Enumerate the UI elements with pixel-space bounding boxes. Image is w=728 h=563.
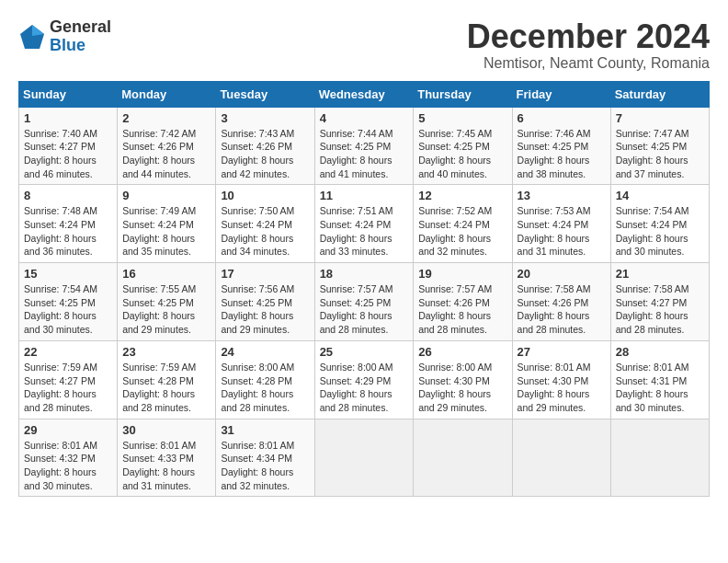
day-of-week-header: Thursday [414, 81, 512, 107]
day-number: 12 [418, 189, 506, 202]
day-number: 20 [518, 267, 606, 281]
day-number: 4 [320, 111, 409, 125]
day-info: Sunrise: 7:54 AMSunset: 4:25 PMDaylight:… [24, 283, 97, 335]
calendar-day-cell: 9 Sunrise: 7:49 AMSunset: 4:24 PMDayligh… [118, 185, 216, 263]
day-info: Sunrise: 7:51 AMSunset: 4:24 PMDaylight:… [320, 205, 393, 257]
day-info: Sunrise: 7:58 AMSunset: 4:27 PMDaylight:… [616, 283, 689, 335]
calendar-week-row: 15 Sunrise: 7:54 AMSunset: 4:25 PMDaylig… [19, 263, 710, 341]
day-number: 13 [518, 189, 606, 202]
day-number: 21 [616, 267, 704, 281]
day-info: Sunrise: 7:45 AMSunset: 4:25 PMDaylight:… [418, 128, 492, 179]
calendar-day-cell [610, 419, 709, 497]
day-info: Sunrise: 7:55 AMSunset: 4:25 PMDaylight:… [122, 283, 196, 335]
day-number: 10 [221, 189, 309, 202]
calendar-header-row: SundayMondayTuesdayWednesdayThursdayFrid… [19, 81, 710, 107]
day-info: Sunrise: 7:52 AMSunset: 4:24 PMDaylight:… [418, 205, 492, 257]
day-number: 22 [24, 345, 112, 359]
day-info: Sunrise: 7:42 AMSunset: 4:26 PMDaylight:… [122, 128, 196, 179]
calendar-day-cell: 20 Sunrise: 7:58 AMSunset: 4:26 PMDaylig… [512, 263, 610, 341]
day-number: 25 [320, 345, 409, 359]
day-of-week-header: Monday [118, 81, 216, 107]
calendar-day-cell: 7 Sunrise: 7:47 AMSunset: 4:25 PMDayligh… [610, 107, 709, 185]
calendar-day-cell: 6 Sunrise: 7:46 AMSunset: 4:25 PMDayligh… [512, 107, 610, 185]
calendar-day-cell: 18 Sunrise: 7:57 AMSunset: 4:25 PMDaylig… [314, 263, 414, 341]
calendar-day-cell: 2 Sunrise: 7:42 AMSunset: 4:26 PMDayligh… [118, 107, 216, 185]
day-number: 29 [24, 423, 112, 437]
day-number: 16 [122, 267, 210, 281]
day-number: 7 [616, 111, 704, 125]
day-info: Sunrise: 7:47 AMSunset: 4:25 PMDaylight:… [616, 128, 689, 179]
calendar-table: SundayMondayTuesdayWednesdayThursdayFrid… [18, 81, 710, 498]
day-number: 30 [122, 423, 210, 437]
day-info: Sunrise: 7:58 AMSunset: 4:26 PMDaylight:… [518, 283, 591, 335]
month-title: December 2024 [467, 18, 710, 55]
day-info: Sunrise: 8:00 AMSunset: 4:29 PMDaylight:… [320, 362, 393, 413]
day-of-week-header: Friday [512, 81, 610, 107]
calendar-day-cell: 8 Sunrise: 7:48 AMSunset: 4:24 PMDayligh… [19, 185, 118, 263]
day-info: Sunrise: 7:57 AMSunset: 4:26 PMDaylight:… [418, 283, 492, 335]
day-info: Sunrise: 7:56 AMSunset: 4:25 PMDaylight:… [221, 283, 294, 335]
calendar-day-cell: 1 Sunrise: 7:40 AMSunset: 4:27 PMDayligh… [19, 107, 118, 185]
calendar-day-cell: 21 Sunrise: 7:58 AMSunset: 4:27 PMDaylig… [610, 263, 709, 341]
calendar-day-cell: 12 Sunrise: 7:52 AMSunset: 4:24 PMDaylig… [414, 185, 512, 263]
day-info: Sunrise: 7:57 AMSunset: 4:25 PMDaylight:… [320, 283, 393, 335]
calendar-day-cell: 22 Sunrise: 7:59 AMSunset: 4:27 PMDaylig… [19, 340, 118, 419]
day-number: 1 [24, 111, 112, 125]
day-number: 18 [320, 267, 409, 281]
calendar-day-cell: 16 Sunrise: 7:55 AMSunset: 4:25 PMDaylig… [118, 263, 216, 341]
calendar-day-cell: 4 Sunrise: 7:44 AMSunset: 4:25 PMDayligh… [314, 107, 414, 185]
calendar-day-cell: 27 Sunrise: 8:01 AMSunset: 4:30 PMDaylig… [512, 340, 610, 419]
day-number: 9 [122, 189, 210, 202]
calendar-day-cell: 30 Sunrise: 8:01 AMSunset: 4:33 PMDaylig… [118, 419, 216, 497]
day-info: Sunrise: 7:50 AMSunset: 4:24 PMDaylight:… [221, 205, 294, 257]
day-number: 14 [616, 189, 704, 202]
calendar-day-cell [314, 419, 414, 497]
day-number: 11 [320, 189, 409, 202]
location-text: Nemtisor, Neamt County, Romania [467, 55, 710, 72]
day-number: 3 [221, 111, 309, 125]
day-number: 2 [122, 111, 210, 125]
calendar-week-row: 22 Sunrise: 7:59 AMSunset: 4:27 PMDaylig… [19, 340, 710, 419]
day-number: 8 [24, 189, 112, 202]
day-info: Sunrise: 7:48 AMSunset: 4:24 PMDaylight:… [24, 205, 97, 257]
calendar-day-cell: 5 Sunrise: 7:45 AMSunset: 4:25 PMDayligh… [414, 107, 512, 185]
calendar-day-cell: 25 Sunrise: 8:00 AMSunset: 4:29 PMDaylig… [314, 340, 414, 419]
calendar-day-cell [512, 419, 610, 497]
calendar-day-cell: 11 Sunrise: 7:51 AMSunset: 4:24 PMDaylig… [314, 185, 414, 263]
day-info: Sunrise: 7:59 AMSunset: 4:27 PMDaylight:… [24, 362, 97, 413]
day-of-week-header: Wednesday [314, 81, 414, 107]
title-block: December 2024 Nemtisor, Neamt County, Ro… [467, 18, 710, 72]
day-info: Sunrise: 7:59 AMSunset: 4:28 PMDaylight:… [122, 362, 196, 413]
day-info: Sunrise: 7:46 AMSunset: 4:25 PMDaylight:… [518, 128, 591, 179]
calendar-day-cell: 19 Sunrise: 7:57 AMSunset: 4:26 PMDaylig… [414, 263, 512, 341]
day-number: 6 [518, 111, 606, 125]
logo-general-text: General [50, 18, 111, 37]
calendar-day-cell: 24 Sunrise: 8:00 AMSunset: 4:28 PMDaylig… [216, 340, 314, 419]
day-info: Sunrise: 8:01 AMSunset: 4:30 PMDaylight:… [518, 362, 591, 413]
calendar-day-cell: 10 Sunrise: 7:50 AMSunset: 4:24 PMDaylig… [216, 185, 314, 263]
day-info: Sunrise: 7:40 AMSunset: 4:27 PMDaylight:… [24, 128, 97, 179]
logo: General Blue [18, 18, 111, 55]
calendar-day-cell: 29 Sunrise: 8:01 AMSunset: 4:32 PMDaylig… [19, 419, 118, 497]
day-of-week-header: Tuesday [216, 81, 314, 107]
logo-blue-text: Blue [50, 37, 111, 55]
calendar-week-row: 1 Sunrise: 7:40 AMSunset: 4:27 PMDayligh… [19, 107, 710, 185]
day-info: Sunrise: 7:44 AMSunset: 4:25 PMDaylight:… [320, 128, 393, 179]
day-info: Sunrise: 7:54 AMSunset: 4:24 PMDaylight:… [616, 205, 689, 257]
calendar-day-cell: 15 Sunrise: 7:54 AMSunset: 4:25 PMDaylig… [19, 263, 118, 341]
day-info: Sunrise: 8:01 AMSunset: 4:34 PMDaylight:… [221, 440, 294, 491]
calendar-week-row: 8 Sunrise: 7:48 AMSunset: 4:24 PMDayligh… [19, 185, 710, 263]
day-number: 28 [616, 345, 704, 359]
day-number: 31 [221, 423, 309, 437]
calendar-day-cell: 14 Sunrise: 7:54 AMSunset: 4:24 PMDaylig… [610, 185, 709, 263]
day-info: Sunrise: 7:43 AMSunset: 4:26 PMDaylight:… [221, 128, 294, 179]
day-number: 19 [418, 267, 506, 281]
day-info: Sunrise: 7:53 AMSunset: 4:24 PMDaylight:… [518, 205, 591, 257]
day-number: 26 [418, 345, 506, 359]
day-info: Sunrise: 8:01 AMSunset: 4:32 PMDaylight:… [24, 440, 97, 491]
day-info: Sunrise: 8:01 AMSunset: 4:31 PMDaylight:… [616, 362, 689, 413]
calendar-day-cell: 17 Sunrise: 7:56 AMSunset: 4:25 PMDaylig… [216, 263, 314, 341]
day-number: 24 [221, 345, 309, 359]
calendar-day-cell [414, 419, 512, 497]
day-info: Sunrise: 8:00 AMSunset: 4:30 PMDaylight:… [418, 362, 492, 413]
